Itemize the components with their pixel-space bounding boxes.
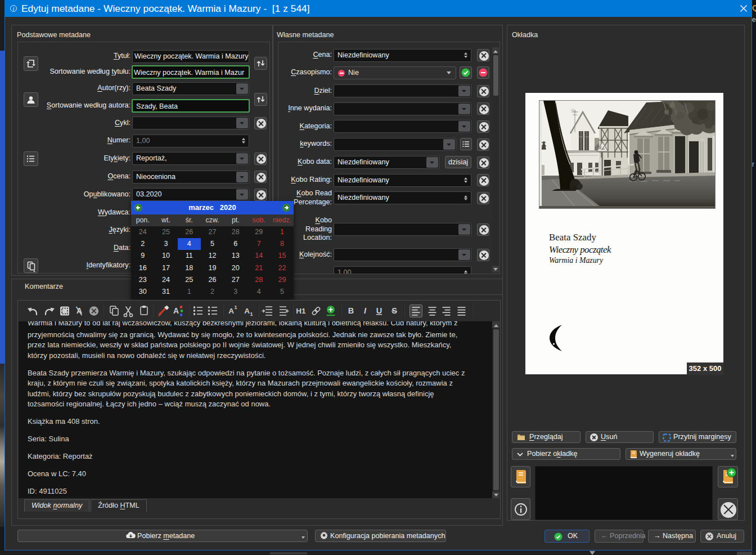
svg-text:Warmia i Mazury: Warmia i Mazury (549, 256, 604, 265)
svg-text:Beata Szady: Beata Szady (549, 232, 597, 243)
svg-text:1: 1 (234, 305, 237, 310)
svg-text:Wieczny początek: Wieczny początek (549, 244, 611, 255)
svg-text:S: S (392, 306, 397, 315)
svg-text:1: 1 (250, 311, 253, 317)
svg-text:I: I (364, 306, 367, 315)
svg-text:A: A (173, 306, 179, 315)
svg-text:A: A (244, 307, 250, 315)
svg-text:U: U (376, 306, 382, 315)
svg-text:H1: H1 (296, 307, 306, 315)
svg-text:B: B (348, 306, 354, 315)
svg-text:A: A (228, 307, 234, 315)
